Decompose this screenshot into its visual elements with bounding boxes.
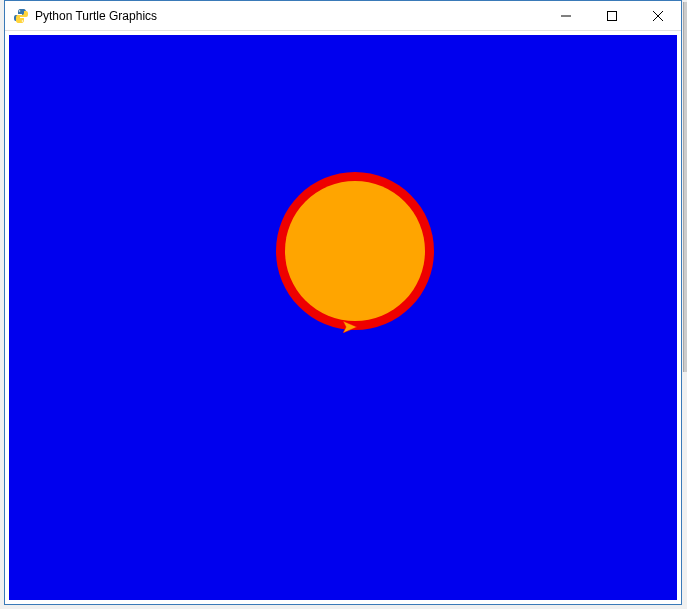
turtle-cursor [343,321,357,336]
turtle-canvas [9,35,677,600]
circle-fill [285,181,425,321]
svg-point-0 [19,10,21,12]
minimize-icon [561,11,571,21]
maximize-button[interactable] [589,1,635,30]
svg-marker-6 [343,321,357,333]
window-controls [543,1,681,30]
svg-rect-3 [608,11,617,20]
client-area [5,31,681,604]
titlebar[interactable]: Python Turtle Graphics [5,1,681,31]
window-title: Python Turtle Graphics [35,9,543,23]
application-window: Python Turtle Graphics [4,0,682,605]
minimize-button[interactable] [543,1,589,30]
python-turtle-icon [13,8,29,24]
svg-point-1 [22,20,24,22]
maximize-icon [607,11,617,21]
close-icon [653,11,663,21]
adjacent-window-edge [683,2,687,372]
close-button[interactable] [635,1,681,30]
